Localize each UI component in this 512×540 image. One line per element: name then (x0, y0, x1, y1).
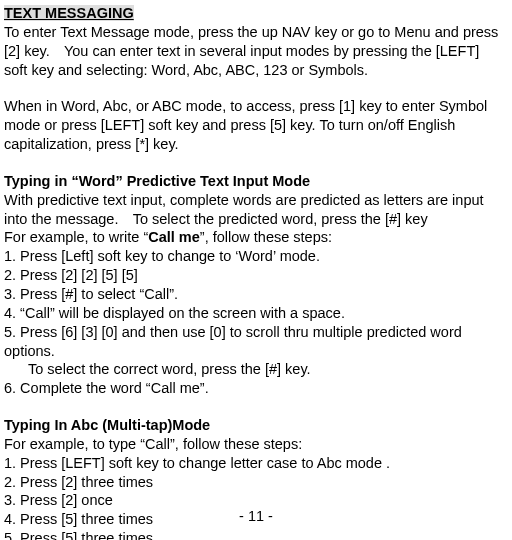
section-title: TEXT MESSAGING (4, 5, 134, 21)
page-number: - 11 - (0, 507, 512, 526)
word-step-6: 6. Complete the word “Call me”. (4, 379, 504, 398)
word-mode-heading: Typing in “Word” Predictive Text Input M… (4, 172, 504, 191)
word-mode-desc: With predictive text input, complete wor… (4, 191, 504, 229)
abc-mode-example-intro: For example, to type “Call”, follow thes… (4, 435, 504, 454)
abc-step-2: 2. Press [2] three times (4, 473, 504, 492)
word-mode-example-intro: For example, to write “Call me”, follow … (4, 228, 504, 247)
word-step-5: 5. Press [6] [3] [0] and then use [0] to… (4, 323, 504, 361)
text-segment: For example, to write “ (4, 229, 148, 245)
word-step-2: 2. Press [2] [2] [5] [5] (4, 266, 504, 285)
bold-example-text: Call me (148, 229, 200, 245)
word-step-4: 4. “Call” will be displayed on the scree… (4, 304, 504, 323)
word-step-1: 1. Press [Left] soft key to change to ‘W… (4, 247, 504, 266)
abc-step-5: 5. Press [5] three times (4, 529, 504, 540)
word-step-5-cont: To select the correct word, press the [#… (4, 360, 504, 379)
intro-paragraph-1: To enter Text Message mode, press the up… (4, 23, 504, 80)
abc-step-1: 1. Press [LEFT] soft key to change lette… (4, 454, 504, 473)
text-segment: ”, follow these steps: (200, 229, 332, 245)
abc-mode-heading: Typing In Abc (Multi-tap)Mode (4, 416, 504, 435)
intro-paragraph-2: When in Word, Abc, or ABC mode, to acces… (4, 97, 504, 154)
word-step-3: 3. Press [#] to select “Call”. (4, 285, 504, 304)
